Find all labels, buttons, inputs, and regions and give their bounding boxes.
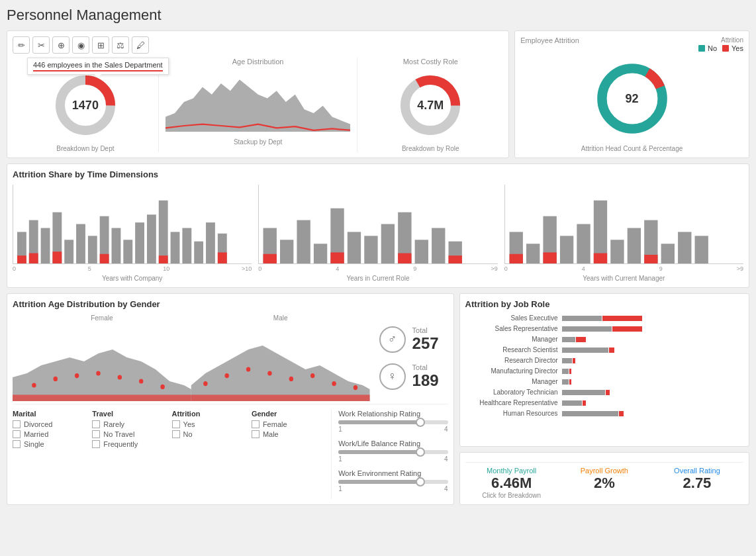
pen-button[interactable]: 🖊 [132, 36, 149, 54]
age-gender-content: Female Male [13, 314, 448, 401]
svg-rect-22 [194, 242, 203, 263]
single-checkbox[interactable] [13, 440, 21, 448]
svg-point-70 [160, 385, 164, 389]
headcount-donut: 1470 [52, 72, 118, 138]
svg-rect-30 [218, 252, 227, 263]
svg-rect-17 [135, 222, 144, 263]
area-chart [13, 322, 370, 401]
payroll-growth-kpi: Payroll Growth 2% [558, 467, 651, 499]
svg-point-66 [75, 373, 79, 378]
years-manager-label: Years with Current Manager [504, 275, 743, 282]
slider-1-ends: 1 4 [338, 426, 448, 433]
attrition-no[interactable]: No [172, 430, 245, 438]
edit-button[interactable]: ✏ [13, 36, 30, 54]
costly-value: 4.7M [417, 99, 444, 113]
payroll-sublabel[interactable]: Click for Breakdown [465, 492, 558, 499]
divorced-checkbox[interactable] [13, 420, 21, 428]
slider-1-track[interactable] [338, 420, 448, 424]
zoom-button[interactable]: ⊕ [52, 36, 70, 54]
slider-3-track[interactable] [338, 480, 448, 484]
cut-button[interactable]: ✂ [32, 36, 50, 54]
marital-married[interactable]: Married [13, 430, 85, 438]
red-bar [576, 337, 586, 342]
svg-rect-29 [159, 255, 168, 263]
gray-bar [562, 390, 605, 395]
rarely-checkbox[interactable] [92, 420, 100, 428]
chart-toolbar: ✏ ✂ ⊕ ◉ ⊞ ⚖ 🖊 [13, 36, 503, 54]
marital-title: Marital [13, 410, 85, 418]
svg-point-65 [54, 377, 58, 381]
attrition-no-checkbox[interactable] [172, 430, 180, 438]
no-travel-checkbox[interactable] [92, 430, 100, 438]
travel-none[interactable]: No Travel [92, 430, 165, 438]
svg-rect-60 [543, 252, 556, 263]
role-bars [562, 400, 743, 406]
svg-rect-21 [182, 228, 191, 263]
svg-rect-81 [191, 394, 370, 401]
red-bar [612, 326, 642, 332]
grid-button[interactable]: ⊞ [92, 36, 109, 54]
travel-title: Travel [92, 410, 165, 418]
marital-divorced[interactable]: Divorced [13, 420, 85, 428]
filters-row: Marital Divorced Married Single [13, 404, 448, 499]
role-bars [562, 337, 743, 342]
frequently-checkbox[interactable] [92, 440, 100, 448]
red-bar [569, 379, 571, 385]
svg-rect-56 [661, 244, 674, 263]
years-company-xaxis: 0 5 10 >10 [13, 265, 252, 272]
work-env-slider[interactable]: Work Environment Rating 1 4 [338, 469, 448, 492]
work-life-slider[interactable]: Work/Life Balance Rating 1 4 [338, 440, 448, 463]
travel-frequently[interactable]: Frequently [92, 440, 165, 448]
slider-3-label: Work Environment Rating [338, 469, 448, 477]
svg-point-77 [289, 377, 293, 381]
work-relationship-slider[interactable]: Work Relationship Rating 1 4 [338, 410, 448, 433]
kpi-card: Monthly Payroll 6.46M Click for Breakdow… [459, 452, 749, 505]
no-travel-label: No Travel [103, 430, 134, 438]
svg-rect-59 [509, 254, 522, 263]
role-bars [562, 369, 743, 374]
list-item: Healthcare Representative [465, 399, 743, 406]
role-bars [562, 358, 743, 363]
scale-button[interactable]: ⚖ [112, 36, 129, 54]
slider-2-track[interactable] [338, 450, 448, 454]
male-stat: ♂ Total 257 [379, 326, 439, 353]
marital-single[interactable]: Single [13, 440, 85, 448]
female-checkbox[interactable] [252, 420, 260, 428]
red-bar [602, 316, 642, 321]
married-checkbox[interactable] [13, 430, 21, 438]
eye-button[interactable]: ◉ [72, 36, 89, 54]
red-bar [609, 348, 614, 353]
slider-1-fill [338, 420, 420, 424]
single-label: Single [24, 440, 44, 448]
svg-point-79 [332, 381, 336, 386]
red-bar [573, 358, 575, 363]
gender-female[interactable]: Female [252, 420, 324, 428]
attrition-yes[interactable]: Yes [172, 420, 245, 428]
svg-rect-41 [432, 228, 445, 263]
svg-rect-53 [610, 240, 624, 263]
role-label: Research Scientist [465, 346, 558, 353]
attrition-yes-checkbox[interactable] [172, 420, 180, 428]
sliders-section: Work Relationship Rating 1 4 Work/Life B… [331, 410, 448, 499]
years-company-chart: 0 5 10 >10 Years with Company [13, 185, 252, 282]
travel-rarely[interactable]: Rarely [92, 420, 165, 428]
svg-rect-23 [206, 222, 215, 263]
male-checkbox[interactable] [252, 430, 260, 438]
svg-rect-9 [41, 228, 50, 263]
legend-yes-dot [722, 45, 729, 52]
svg-rect-51 [577, 224, 590, 264]
svg-rect-32 [280, 240, 293, 263]
attrition-share-title: Attrition Share by Time Dimensions [13, 169, 743, 179]
gender-male[interactable]: Male [252, 430, 324, 438]
role-bars [562, 411, 743, 416]
attrition-no-label: No [183, 430, 193, 438]
role-bars [562, 348, 743, 353]
job-role-card: Attrition by Job Role Sales Executive Sa… [459, 293, 749, 447]
role-label: Manager [465, 378, 558, 385]
gender-filter: Gender Female Male [252, 410, 331, 499]
years-role-chart: 0 4 9 >9 Years in Current Role [258, 185, 497, 282]
list-item: Manager [465, 378, 743, 385]
svg-rect-12 [76, 224, 85, 264]
gray-bar [562, 379, 569, 385]
role-bars [562, 316, 743, 321]
